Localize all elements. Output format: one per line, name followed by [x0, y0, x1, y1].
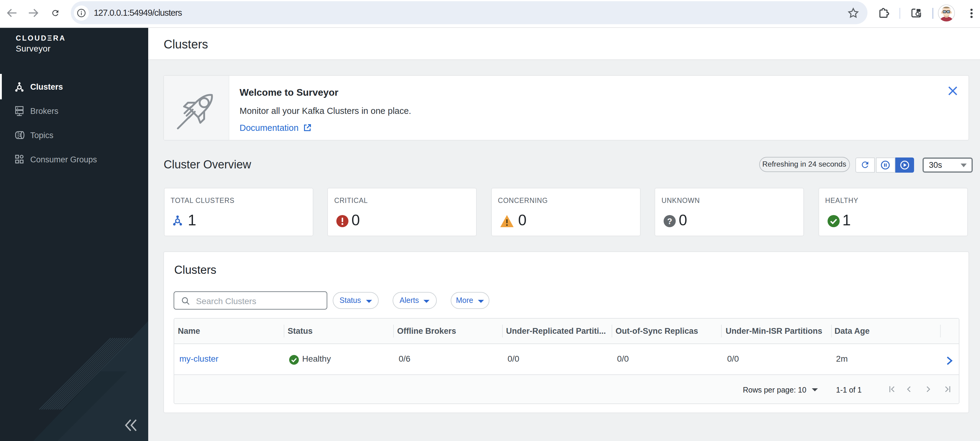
svg-text:?: ?: [667, 217, 672, 226]
